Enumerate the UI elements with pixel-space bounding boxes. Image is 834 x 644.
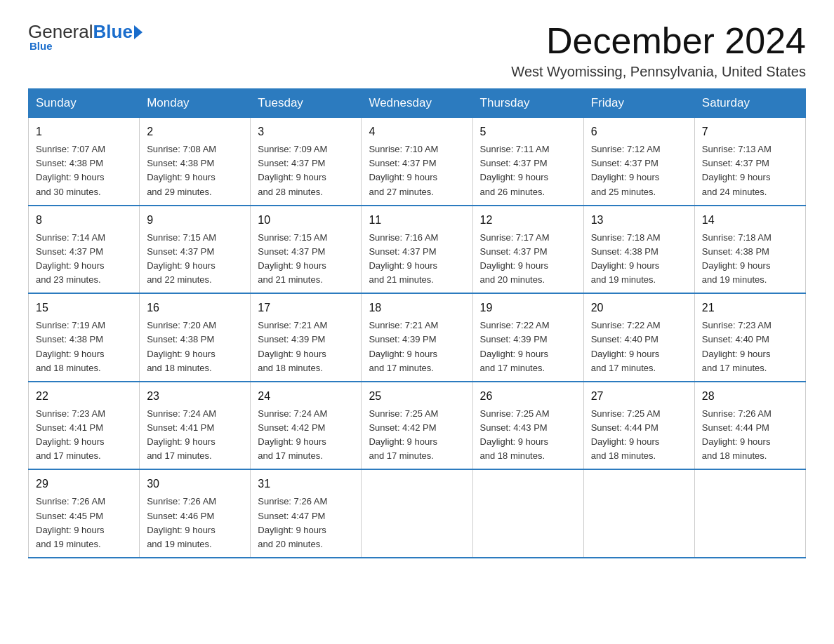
day-info: Sunrise: 7:23 AMSunset: 4:40 PMDaylight:… bbox=[702, 320, 772, 373]
day-info: Sunrise: 7:19 AMSunset: 4:38 PMDaylight:… bbox=[36, 320, 105, 373]
day-info: Sunrise: 7:26 AMSunset: 4:47 PMDaylight:… bbox=[258, 496, 327, 549]
day-number: 11 bbox=[369, 212, 465, 229]
day-info: Sunrise: 7:10 AMSunset: 4:37 PMDaylight:… bbox=[369, 144, 438, 196]
calendar-cell: 1Sunrise: 7:07 AMSunset: 4:38 PMDaylight… bbox=[29, 118, 140, 206]
calendar-header-tuesday: Tuesday bbox=[251, 89, 362, 118]
calendar-cell: 31Sunrise: 7:26 AMSunset: 4:47 PMDayligh… bbox=[251, 469, 362, 558]
day-info: Sunrise: 7:15 AMSunset: 4:37 PMDaylight:… bbox=[147, 232, 216, 285]
day-info: Sunrise: 7:14 AMSunset: 4:37 PMDaylight:… bbox=[36, 232, 105, 285]
day-number: 24 bbox=[258, 388, 354, 405]
day-number: 19 bbox=[480, 300, 576, 316]
day-number: 23 bbox=[147, 388, 243, 405]
day-number: 4 bbox=[369, 123, 465, 140]
location-title: West Wyomissing, Pennsylvania, United St… bbox=[511, 64, 806, 80]
calendar-cell: 24Sunrise: 7:24 AMSunset: 4:42 PMDayligh… bbox=[251, 382, 362, 470]
calendar-header-sunday: Sunday bbox=[29, 89, 140, 118]
day-info: Sunrise: 7:26 AMSunset: 4:46 PMDaylight:… bbox=[147, 496, 216, 549]
day-info: Sunrise: 7:22 AMSunset: 4:39 PMDaylight:… bbox=[480, 320, 550, 373]
day-info: Sunrise: 7:20 AMSunset: 4:38 PMDaylight:… bbox=[147, 320, 216, 373]
day-number: 10 bbox=[258, 212, 354, 229]
day-number: 5 bbox=[480, 123, 576, 140]
calendar-cell: 12Sunrise: 7:17 AMSunset: 4:37 PMDayligh… bbox=[472, 206, 583, 294]
calendar-cell: 9Sunrise: 7:15 AMSunset: 4:37 PMDaylight… bbox=[140, 206, 251, 294]
day-info: Sunrise: 7:16 AMSunset: 4:37 PMDaylight:… bbox=[369, 232, 438, 285]
day-info: Sunrise: 7:23 AMSunset: 4:41 PMDaylight:… bbox=[36, 408, 105, 461]
day-number: 31 bbox=[258, 476, 354, 492]
calendar-cell: 13Sunrise: 7:18 AMSunset: 4:38 PMDayligh… bbox=[583, 206, 694, 294]
calendar-week-row: 22Sunrise: 7:23 AMSunset: 4:41 PMDayligh… bbox=[29, 382, 806, 470]
day-info: Sunrise: 7:24 AMSunset: 4:41 PMDaylight:… bbox=[147, 408, 216, 461]
calendar-cell bbox=[362, 469, 472, 558]
calendar-cell: 20Sunrise: 7:22 AMSunset: 4:40 PMDayligh… bbox=[583, 293, 694, 382]
day-info: Sunrise: 7:21 AMSunset: 4:39 PMDaylight:… bbox=[258, 320, 327, 373]
day-number: 8 bbox=[36, 212, 132, 229]
day-info: Sunrise: 7:25 AMSunset: 4:42 PMDaylight:… bbox=[369, 408, 438, 461]
logo-blue-block: Blue bbox=[93, 21, 143, 43]
calendar-table: SundayMondayTuesdayWednesdayThursdayFrid… bbox=[28, 88, 806, 558]
page-header: General Blue Blue December 2024 West Wyo… bbox=[28, 21, 806, 80]
calendar-cell: 25Sunrise: 7:25 AMSunset: 4:42 PMDayligh… bbox=[362, 382, 472, 470]
day-number: 22 bbox=[36, 388, 132, 405]
day-number: 29 bbox=[36, 476, 132, 492]
calendar-header-row: SundayMondayTuesdayWednesdayThursdayFrid… bbox=[29, 89, 806, 118]
day-number: 13 bbox=[591, 212, 687, 229]
day-info: Sunrise: 7:18 AMSunset: 4:38 PMDaylight:… bbox=[591, 232, 661, 285]
day-info: Sunrise: 7:25 AMSunset: 4:43 PMDaylight:… bbox=[480, 408, 550, 461]
month-title: December 2024 bbox=[511, 21, 806, 61]
calendar-week-row: 29Sunrise: 7:26 AMSunset: 4:45 PMDayligh… bbox=[29, 469, 806, 558]
day-info: Sunrise: 7:26 AMSunset: 4:44 PMDaylight:… bbox=[702, 408, 772, 461]
calendar-week-row: 8Sunrise: 7:14 AMSunset: 4:37 PMDaylight… bbox=[29, 206, 806, 294]
calendar-week-row: 15Sunrise: 7:19 AMSunset: 4:38 PMDayligh… bbox=[29, 293, 806, 382]
title-block: December 2024 West Wyomissing, Pennsylva… bbox=[511, 21, 806, 80]
day-info: Sunrise: 7:21 AMSunset: 4:39 PMDaylight:… bbox=[369, 320, 438, 373]
calendar-header-thursday: Thursday bbox=[472, 89, 583, 118]
calendar-cell: 26Sunrise: 7:25 AMSunset: 4:43 PMDayligh… bbox=[472, 382, 583, 470]
calendar-cell: 19Sunrise: 7:22 AMSunset: 4:39 PMDayligh… bbox=[472, 293, 583, 382]
calendar-cell: 4Sunrise: 7:10 AMSunset: 4:37 PMDaylight… bbox=[362, 118, 472, 206]
calendar-cell: 17Sunrise: 7:21 AMSunset: 4:39 PMDayligh… bbox=[251, 293, 362, 382]
day-info: Sunrise: 7:24 AMSunset: 4:42 PMDaylight:… bbox=[258, 408, 327, 461]
day-info: Sunrise: 7:07 AMSunset: 4:38 PMDaylight:… bbox=[36, 144, 105, 196]
day-info: Sunrise: 7:12 AMSunset: 4:37 PMDaylight:… bbox=[591, 144, 661, 196]
calendar-cell: 3Sunrise: 7:09 AMSunset: 4:37 PMDaylight… bbox=[251, 118, 362, 206]
day-number: 1 bbox=[36, 123, 132, 140]
calendar-cell: 10Sunrise: 7:15 AMSunset: 4:37 PMDayligh… bbox=[251, 206, 362, 294]
calendar-cell bbox=[472, 469, 583, 558]
day-number: 12 bbox=[480, 212, 576, 229]
day-number: 14 bbox=[702, 212, 798, 229]
calendar-cell: 11Sunrise: 7:16 AMSunset: 4:37 PMDayligh… bbox=[362, 206, 472, 294]
day-number: 16 bbox=[147, 300, 243, 316]
day-info: Sunrise: 7:08 AMSunset: 4:38 PMDaylight:… bbox=[147, 144, 216, 196]
logo: General Blue Blue bbox=[28, 21, 143, 52]
day-number: 28 bbox=[702, 388, 798, 405]
calendar-cell: 7Sunrise: 7:13 AMSunset: 4:37 PMDaylight… bbox=[694, 118, 805, 206]
day-number: 3 bbox=[258, 123, 354, 140]
day-number: 20 bbox=[591, 300, 687, 316]
day-number: 21 bbox=[702, 300, 798, 316]
calendar-cell: 8Sunrise: 7:14 AMSunset: 4:37 PMDaylight… bbox=[29, 206, 140, 294]
calendar-cell: 29Sunrise: 7:26 AMSunset: 4:45 PMDayligh… bbox=[29, 469, 140, 558]
day-info: Sunrise: 7:22 AMSunset: 4:40 PMDaylight:… bbox=[591, 320, 661, 373]
calendar-cell: 6Sunrise: 7:12 AMSunset: 4:37 PMDaylight… bbox=[583, 118, 694, 206]
logo-underline: Blue bbox=[29, 40, 53, 52]
calendar-cell: 27Sunrise: 7:25 AMSunset: 4:44 PMDayligh… bbox=[583, 382, 694, 470]
day-number: 26 bbox=[480, 388, 576, 405]
day-number: 15 bbox=[36, 300, 132, 316]
logo-blue-text: Blue bbox=[93, 21, 133, 43]
day-number: 27 bbox=[591, 388, 687, 405]
logo-triangle-icon bbox=[134, 25, 143, 39]
calendar-cell bbox=[694, 469, 805, 558]
day-info: Sunrise: 7:18 AMSunset: 4:38 PMDaylight:… bbox=[702, 232, 772, 285]
calendar-cell bbox=[583, 469, 694, 558]
day-number: 6 bbox=[591, 123, 687, 140]
calendar-cell: 30Sunrise: 7:26 AMSunset: 4:46 PMDayligh… bbox=[140, 469, 251, 558]
calendar-cell: 16Sunrise: 7:20 AMSunset: 4:38 PMDayligh… bbox=[140, 293, 251, 382]
calendar-week-row: 1Sunrise: 7:07 AMSunset: 4:38 PMDaylight… bbox=[29, 118, 806, 206]
day-number: 25 bbox=[369, 388, 465, 405]
day-info: Sunrise: 7:25 AMSunset: 4:44 PMDaylight:… bbox=[591, 408, 661, 461]
calendar-header-monday: Monday bbox=[140, 89, 251, 118]
day-info: Sunrise: 7:26 AMSunset: 4:45 PMDaylight:… bbox=[36, 496, 105, 549]
calendar-cell: 14Sunrise: 7:18 AMSunset: 4:38 PMDayligh… bbox=[694, 206, 805, 294]
day-info: Sunrise: 7:11 AMSunset: 4:37 PMDaylight:… bbox=[480, 144, 550, 196]
day-info: Sunrise: 7:17 AMSunset: 4:37 PMDaylight:… bbox=[480, 232, 550, 285]
